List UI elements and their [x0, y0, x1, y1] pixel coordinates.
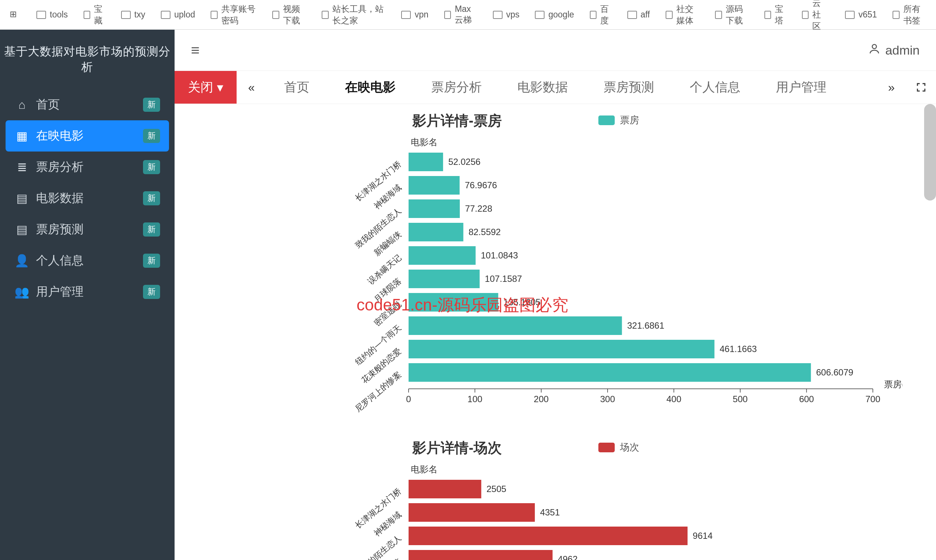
bookmark-item[interactable]: 共享账号密码 [211, 3, 257, 26]
folder-icon [590, 11, 597, 19]
svg-text:密室逃脱: 密室逃脱 [372, 300, 403, 328]
tabs-scroll-left[interactable]: « [237, 71, 266, 104]
svg-text:700: 700 [865, 394, 880, 404]
menu-label: 票房预测 [36, 222, 83, 238]
new-badge: 新 [143, 160, 160, 174]
bookmark-item[interactable]: uplod [161, 10, 195, 20]
folder-icon [121, 11, 131, 19]
bookmark-label: tools [50, 10, 68, 20]
bar [409, 246, 476, 265]
person-icon [868, 42, 881, 58]
sidebar-item-0[interactable]: ⌂首页新 [6, 89, 169, 120]
bar [409, 293, 498, 312]
menu-label: 用户管理 [36, 284, 83, 300]
bookmark-item[interactable]: aff [627, 10, 650, 20]
bookmark-item[interactable]: 站长工具，站长之家 [322, 3, 386, 26]
svg-text:纽约的一个雨天: 纽约的一个雨天 [353, 323, 403, 367]
bookmark-item[interactable]: Max云梯 [444, 4, 477, 26]
bookmark-item[interactable]: 社交媒体 [666, 3, 699, 26]
svg-text:9614: 9614 [693, 531, 713, 541]
bar [409, 199, 460, 218]
tab-4[interactable]: 票房预测 [586, 79, 672, 96]
bar [409, 223, 463, 242]
folder-icon [715, 11, 722, 19]
bookmark-item[interactable]: 云社区 [802, 0, 830, 32]
content-pane: ≡ admin 关闭 ▾ « 首页在映电影票房分析电影数据票房预测个人信息用户管… [175, 30, 936, 560]
fullscreen-button[interactable] [906, 71, 936, 104]
bookmark-item[interactable]: google [535, 10, 574, 20]
svg-text:尼罗河上的惨案: 尼罗河上的惨案 [353, 370, 403, 414]
sidebar-item-6[interactable]: 👥用户管理新 [6, 276, 169, 308]
sidebar-item-1[interactable]: ▦在映电影新 [6, 120, 169, 152]
folder-icon [802, 11, 809, 19]
bookmark-label: aff [641, 10, 650, 20]
sidebar-item-2[interactable]: ≣票房分析新 [6, 152, 169, 183]
tab-5[interactable]: 个人信息 [672, 79, 758, 96]
bookmark-label: 云社区 [812, 0, 830, 32]
menu-label: 首页 [36, 97, 60, 113]
new-badge: 新 [143, 254, 160, 268]
folder-icon [272, 11, 279, 19]
svg-text:135.1605: 135.1605 [503, 297, 540, 307]
folder-icon [666, 11, 673, 19]
bookmark-item[interactable]: 百度 [590, 3, 612, 26]
svg-text:500: 500 [733, 394, 748, 404]
menu-label: 票房分析 [36, 159, 83, 175]
tab-1[interactable]: 在映电影 [327, 79, 413, 96]
svg-point-0 [873, 45, 877, 49]
bookmark-item[interactable]: vps [493, 10, 520, 20]
svg-text:100: 100 [468, 394, 482, 404]
tab-0[interactable]: 首页 [266, 79, 327, 96]
sidebar-item-3[interactable]: ▤电影数据新 [6, 183, 169, 214]
scroll-thumb[interactable] [924, 104, 936, 200]
close-tabs-button[interactable]: 关闭 ▾ [175, 71, 237, 104]
bar [409, 550, 553, 560]
bar [409, 526, 688, 545]
chart1-legend: 票房 [598, 114, 639, 127]
tabs-scroll-right[interactable]: » [877, 71, 906, 104]
bookmark-item[interactable]: 所有书签 [893, 3, 926, 26]
sidebar-item-4[interactable]: ▤票房预测新 [6, 214, 169, 245]
svg-text:电影名: 电影名 [411, 137, 437, 147]
folder-icon [627, 11, 637, 19]
bar [409, 363, 811, 382]
svg-text:400: 400 [667, 394, 681, 404]
svg-text:0: 0 [406, 394, 411, 404]
bookmark-label: 站长工具，站长之家 [333, 3, 386, 26]
bookmark-bar: ⊞ tools宝藏txyuplod共享账号密码视频下载站长工具，站长之家vpnM… [0, 0, 936, 30]
tab-2[interactable]: 票房分析 [413, 79, 500, 96]
bookmark-apps[interactable]: ⊞ [10, 9, 21, 20]
bookmark-item[interactable]: v651 [845, 10, 877, 20]
bookmark-item[interactable]: 源码下载 [715, 3, 749, 26]
folder-icon [493, 11, 503, 19]
bookmark-item[interactable]: txy [121, 10, 145, 20]
bookmark-item[interactable]: tools [36, 10, 68, 20]
sidebar: 基于大数据对电影市场的预测分析 ⌂首页新▦在映电影新≣票房分析新▤电影数据新▤票… [0, 30, 175, 560]
bookmark-label: 所有书签 [903, 3, 926, 26]
svg-text:606.6079: 606.6079 [816, 367, 853, 377]
tab-strip: 关闭 ▾ « 首页在映电影票房分析电影数据票房预测个人信息用户管理 » [175, 71, 936, 104]
sidebar-item-5[interactable]: 👤个人信息新 [6, 245, 169, 276]
chart2-legend: 场次 [598, 441, 639, 454]
svg-text:461.1663: 461.1663 [720, 344, 757, 354]
bookmark-item[interactable]: 视频下载 [272, 3, 306, 26]
chart1-svg: 电影名52.0256长津湖之水门桥76.9676神秘海域77.228致我的陌生恋… [197, 132, 902, 415]
chart1-title: 影片详情-票房 [412, 111, 502, 130]
legend-swatch-2 [598, 443, 615, 452]
folder-icon [764, 11, 771, 19]
svg-text:77.228: 77.228 [465, 203, 492, 214]
bookmark-item[interactable]: 宝塔 [764, 3, 786, 26]
bar [409, 152, 443, 171]
bookmark-label: Max云梯 [455, 4, 477, 26]
chart-box-office: 影片详情-票房 票房 电影名52.0256长津湖之水门桥76.9676神秘海域7… [197, 111, 914, 416]
folder-icon [845, 11, 854, 19]
tab-3[interactable]: 电影数据 [500, 79, 586, 96]
vertical-scrollbar[interactable] [924, 104, 936, 560]
bookmark-item[interactable]: vpn [401, 10, 428, 20]
user-menu[interactable]: admin [868, 42, 920, 58]
bookmark-item[interactable]: 宝藏 [83, 3, 105, 26]
menu-icon: ≣ [14, 160, 29, 175]
svg-text:2505: 2505 [486, 484, 506, 494]
tab-6[interactable]: 用户管理 [758, 79, 844, 96]
hamburger-icon[interactable]: ≡ [191, 42, 199, 58]
